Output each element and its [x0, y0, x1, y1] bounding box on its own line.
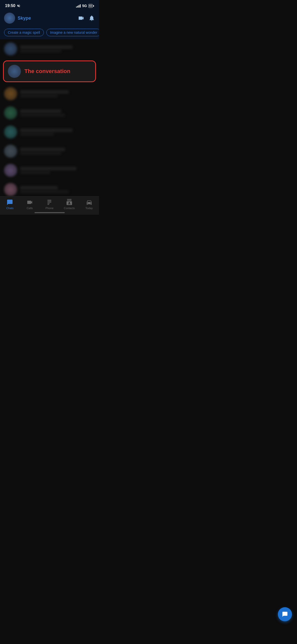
chat-preview [20, 190, 69, 193]
signal-type: 5G [82, 4, 87, 8]
avatar [4, 125, 17, 139]
signal-bars [76, 4, 81, 8]
chat-name [20, 109, 61, 113]
chat-item-content [20, 128, 95, 136]
chat-preview [20, 171, 50, 174]
blurred-list [0, 84, 99, 199]
nav-chats-label: Chats [6, 207, 14, 210]
chat-name [20, 186, 58, 189]
contacts-icon [66, 199, 73, 206]
avatar [4, 183, 17, 196]
notification-button[interactable] [88, 15, 95, 21]
chat-item-content [20, 45, 95, 53]
nav-contacts-label: Contacts [64, 207, 75, 210]
conversation-label: The conversation [24, 68, 70, 75]
user-avatar[interactable] [4, 13, 15, 24]
status-bar: 19:50 5G 83 [0, 0, 99, 10]
nav-phone[interactable]: Phone [40, 199, 59, 210]
status-time: 19:50 [5, 4, 20, 8]
chat-name [20, 167, 76, 170]
highlighted-conversation[interactable]: The conversation [3, 60, 96, 82]
chat-name [20, 148, 65, 151]
nav-today[interactable]: Today [79, 199, 99, 210]
list-item[interactable] [0, 122, 99, 142]
chat-name [20, 45, 73, 49]
calls-icon [26, 199, 33, 206]
battery: 83 [88, 4, 94, 8]
chat-item-content [20, 148, 95, 155]
chat-item-content [20, 109, 95, 117]
chip-natural-wonder[interactable]: Imagine a new natural wonder [46, 29, 99, 36]
avatar [4, 145, 17, 158]
mute-icon [17, 4, 20, 8]
list-item[interactable] [0, 161, 99, 180]
chat-preview [20, 114, 65, 117]
nav-phone-label: Phone [46, 207, 54, 210]
nav-chats[interactable]: Chats [0, 199, 20, 210]
list-item[interactable] [0, 84, 99, 103]
chat-name [20, 128, 73, 132]
nav-today-label: Today [85, 207, 93, 210]
nav-contacts[interactable]: Contacts [59, 199, 79, 210]
nav-calls-label: Calls [27, 207, 33, 210]
avatar [4, 87, 17, 100]
app-title: Skype [18, 16, 31, 21]
list-item[interactable] [0, 142, 99, 161]
chat-name [20, 90, 69, 94]
suggestion-chips: Create a magic spell Imagine a new natur… [0, 27, 99, 39]
list-item[interactable] [0, 39, 99, 58]
status-right: 5G 83 [76, 4, 94, 8]
chat-preview [20, 94, 58, 98]
chat-preview [20, 50, 61, 53]
chat-item-content [20, 186, 95, 193]
chat-preview [20, 133, 54, 136]
chat-item-content [20, 167, 95, 174]
chat-list: The conversation [0, 39, 99, 204]
home-indicator [35, 212, 65, 213]
list-item[interactable] [0, 103, 99, 122]
chat-preview [20, 152, 61, 155]
avatar [4, 42, 17, 55]
chat-item-content [20, 90, 95, 98]
header: Skype [0, 10, 99, 27]
header-left: Skype [4, 13, 31, 24]
header-icons [78, 15, 95, 21]
today-icon [86, 199, 92, 206]
highlight-avatar [8, 65, 21, 78]
avatar [4, 164, 17, 177]
chats-icon [7, 199, 13, 206]
chip-magic-spell[interactable]: Create a magic spell [4, 29, 44, 36]
avatar [4, 106, 17, 119]
video-call-button[interactable] [78, 15, 84, 21]
nav-calls[interactable]: Calls [20, 199, 40, 210]
phone-icon [46, 199, 53, 206]
